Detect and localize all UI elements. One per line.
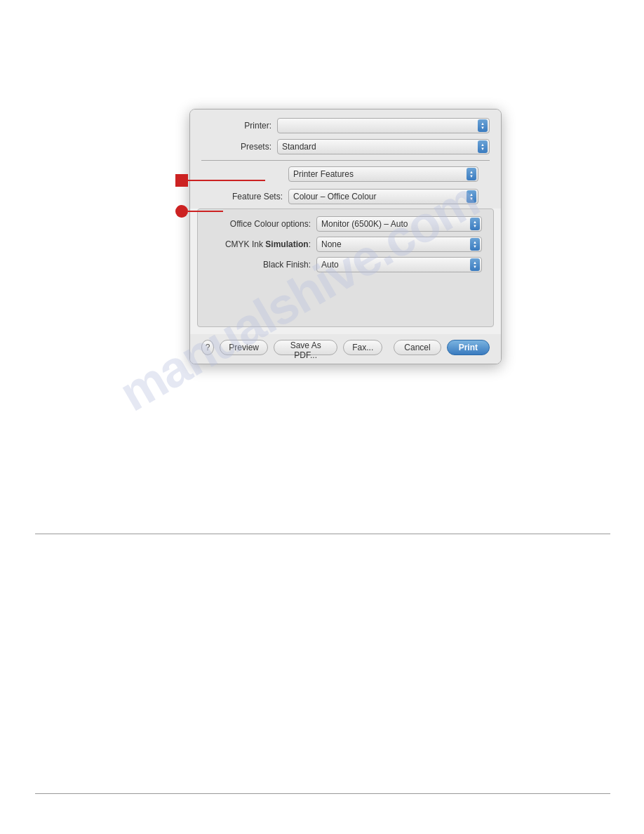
office-colour-select-wrapper: Monitor (6500K) – Auto	[316, 216, 482, 232]
cmyk-select-wrapper: None	[316, 237, 482, 252]
dialog-content-panel: Office Colour options: Monitor (6500K) –…	[197, 208, 494, 327]
annotation-dot-2	[175, 205, 188, 218]
fax-button[interactable]: Fax...	[343, 340, 382, 355]
dialog-top-area: Printer: Presets: Standard	[190, 110, 501, 208]
annotation-dot-1	[175, 174, 188, 187]
presets-select[interactable]: Standard	[277, 139, 490, 154]
separator-line-2	[35, 793, 610, 794]
office-colour-select[interactable]: Monitor (6500K) – Auto	[316, 216, 482, 232]
presets-label: Presets:	[201, 142, 271, 152]
office-colour-label: Office Colour options:	[209, 219, 311, 229]
content-spacer	[209, 277, 482, 319]
separator-line-1	[35, 534, 610, 534]
black-finish-select-wrapper: Auto	[316, 257, 482, 272]
dialog-footer: ? Preview Save As PDF... Fax... Cancel P…	[190, 334, 501, 364]
cmyk-row: CMYK Ink Simulation: None	[209, 237, 482, 252]
save-as-pdf-button[interactable]: Save As PDF...	[274, 340, 337, 355]
presets-row: Presets: Standard	[201, 139, 490, 154]
printer-features-row: Printer Features	[201, 164, 490, 185]
black-finish-row: Black Finish: Auto	[209, 257, 482, 272]
printer-select[interactable]	[277, 118, 490, 133]
printer-label: Printer:	[201, 121, 271, 131]
cmyk-select[interactable]: None	[316, 237, 482, 252]
printer-features-select-wrapper: Printer Features	[288, 166, 478, 182]
presets-select-wrapper: Standard	[277, 139, 490, 154]
preview-button[interactable]: Preview	[220, 340, 268, 355]
black-finish-select[interactable]: Auto	[316, 257, 482, 272]
print-dialog: Printer: Presets: Standard	[189, 109, 502, 364]
office-colour-row: Office Colour options: Monitor (6500K) –…	[209, 216, 482, 232]
print-button[interactable]: Print	[447, 340, 490, 355]
help-button[interactable]: ?	[201, 340, 214, 355]
cmyk-label: CMYK Ink Simulation:	[209, 239, 311, 249]
feature-sets-label: Feature Sets:	[213, 192, 283, 201]
printer-row: Printer:	[201, 118, 490, 133]
feature-sets-select[interactable]: Colour – Office Colour	[288, 189, 478, 204]
printer-features-select[interactable]: Printer Features	[288, 166, 478, 182]
top-separator	[201, 160, 490, 161]
printer-select-wrapper	[277, 118, 490, 133]
feature-sets-row: Feature Sets: Colour – Office Colour	[201, 185, 490, 208]
feature-sets-select-wrapper: Colour – Office Colour	[288, 189, 478, 204]
black-finish-label: Black Finish:	[209, 260, 311, 270]
cancel-button[interactable]: Cancel	[394, 340, 441, 355]
